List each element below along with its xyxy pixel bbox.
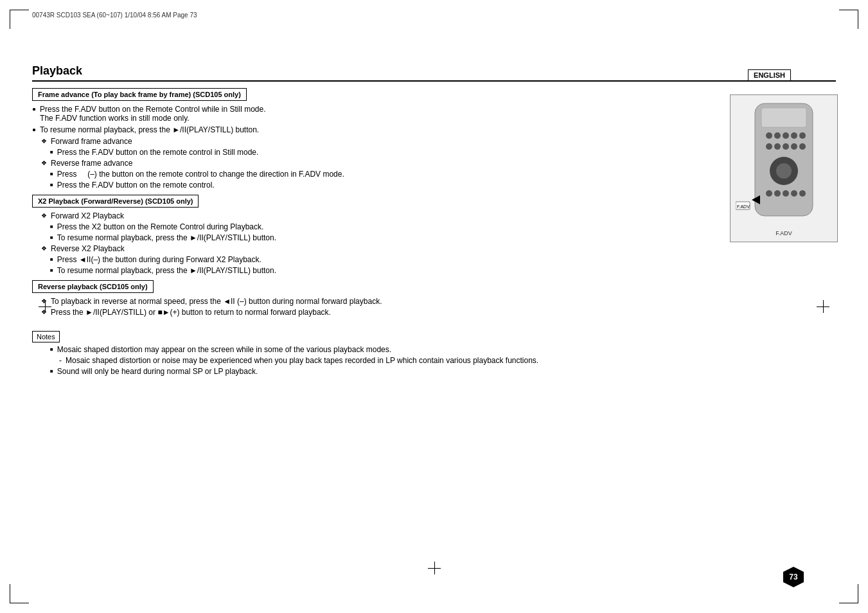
reverse-x2-item-2: To resume normal playback, press the ►/I… [50, 266, 717, 275]
page-title: Playback [32, 64, 836, 78]
svg-point-6 [799, 132, 806, 139]
notes-label: Notes [32, 331, 60, 342]
svg-point-2 [766, 132, 772, 139]
remote-control-image: F.ADV [736, 100, 832, 226]
x2-playback-section: X2 Playback (Forward/Reverse) (SCD105 on… [32, 195, 717, 275]
image-column: F.ADV F.ADV [730, 88, 836, 378]
svg-text:F.ADV: F.ADV [737, 204, 750, 209]
corner-mark-br [839, 584, 858, 603]
page-number: 73 [783, 567, 804, 587]
forward-x2-item-2: To resume normal playback, press the ►/I… [50, 233, 717, 242]
reverse-playback-item-2: Press the ►/II(PLAY/STILL) or ■►(+) butt… [41, 308, 717, 317]
reverse-playback-section: Reverse playback (SCD105 only) To playba… [32, 280, 717, 317]
svg-point-17 [791, 190, 797, 197]
frame-advance-section: Frame advance (To play back frame by fra… [32, 88, 717, 190]
text-column: Frame advance (To play back frame by fra… [32, 88, 717, 378]
svg-point-7 [766, 143, 772, 150]
corner-mark-bl [10, 584, 29, 603]
frame-advance-bullet-1: Press the F.ADV button on the Remote Con… [32, 105, 717, 123]
reverse-playback-item-1: To playback in reverse at normal speed, … [41, 297, 717, 306]
svg-point-13 [776, 163, 792, 179]
x2-playback-heading: X2 Playback (Forward/Reverse) (SCD105 on… [32, 195, 199, 208]
content-layout: Frame advance (To play back frame by fra… [32, 88, 836, 378]
svg-point-8 [774, 143, 781, 150]
svg-point-9 [783, 143, 789, 150]
svg-rect-1 [761, 108, 806, 127]
forward-frame-advance-item-1: Press the F.ADV button on the remote con… [50, 148, 717, 157]
frame-advance-bullet-2: To resume normal playback, press the ►/I… [32, 125, 717, 134]
crosshair-bottom [428, 562, 441, 574]
title-divider [32, 80, 836, 82]
reverse-frame-advance-label: Reverse frame advance [41, 159, 717, 168]
svg-point-5 [791, 132, 797, 139]
frame-advance-heading: Frame advance (To play back frame by fra… [32, 88, 247, 101]
notes-section: Notes Mosaic shaped distortion may appea… [32, 323, 717, 376]
reverse-x2-item-1: Press ◄II(–) the button during during Fo… [50, 255, 717, 264]
notes-sub-item-1: Mosaic shaped distortion or noise may be… [59, 356, 717, 365]
notes-item-1: Mosaic shaped distortion may appear on t… [50, 345, 717, 354]
reverse-frame-advance-item-2: Press the F.ADV button on the remote con… [50, 181, 717, 190]
forward-x2-label: Forward X2 Playback [41, 211, 717, 220]
svg-point-18 [799, 190, 806, 197]
svg-point-11 [799, 143, 806, 150]
notes-item-2: Sound will only be heard during normal S… [50, 367, 717, 376]
svg-point-4 [783, 132, 789, 139]
forward-frame-advance-label: Forward frame advance [41, 137, 717, 146]
forward-x2-item-1: Press the X2 button on the Remote Contro… [50, 222, 717, 231]
svg-point-10 [791, 143, 797, 150]
svg-point-15 [774, 190, 781, 197]
reverse-playback-heading: Reverse playback (SCD105 only) [32, 280, 154, 293]
remote-fadv-label: F.ADV [736, 230, 832, 236]
svg-point-3 [774, 132, 781, 139]
reverse-frame-advance-item-1: Press (–) the button on the remote contr… [50, 170, 717, 179]
main-content: Playback Frame advance (To play back fra… [32, 64, 836, 562]
corner-mark-tl [10, 10, 29, 29]
svg-point-14 [766, 190, 772, 197]
page-header: 00743R SCD103 SEA (60~107) 1/10/04 8:56 … [32, 12, 197, 19]
svg-point-16 [783, 190, 789, 197]
corner-mark-tr [839, 10, 858, 29]
reverse-x2-label: Reverse X2 Playback [41, 244, 717, 253]
